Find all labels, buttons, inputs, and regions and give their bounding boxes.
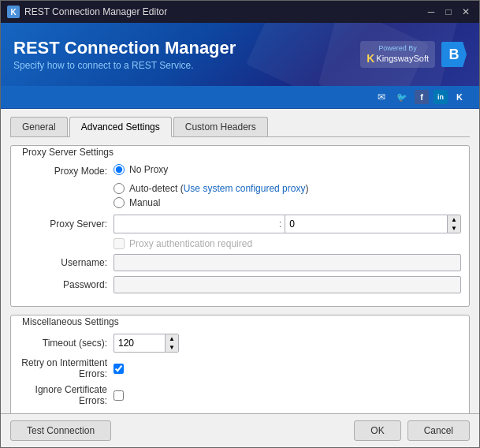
password-input[interactable] (113, 276, 461, 293)
brand-name: KingswaySoft (376, 54, 429, 63)
tab-bar: General Advanced Settings Custom Headers (10, 117, 470, 137)
port-input[interactable] (285, 215, 447, 233)
window-controls: ─ □ ✕ (424, 5, 473, 19)
b-badge: B (441, 42, 467, 67)
ok-button[interactable]: OK (354, 420, 400, 441)
no-proxy-option[interactable]: No Proxy (113, 164, 168, 175)
misc-group-title: Miscellaneous Settings (19, 316, 122, 327)
proxy-group-title: Proxy Server Settings (19, 147, 117, 158)
manual-row: Manual (113, 197, 461, 208)
tab-advanced[interactable]: Advanced Settings (69, 117, 172, 137)
footer-right: OK Cancel (354, 420, 470, 441)
proxy-auth-row: Proxy authentication required (113, 238, 461, 249)
manual-radio[interactable] (113, 197, 125, 208)
auto-detect-row: Auto-detect (Use system configured proxy… (113, 183, 461, 194)
port-spinner: ▲ ▼ (447, 215, 461, 233)
advanced-settings-panel: Proxy Server Settings Proxy Mode: No Pro… (10, 145, 470, 413)
content-area: General Advanced Settings Custom Headers… (1, 109, 479, 413)
port-up-button[interactable]: ▲ (448, 215, 460, 224)
retry-label: Retry on Intermittent Errors: (19, 357, 113, 379)
username-label: Username: (19, 257, 113, 268)
ks-k: K (367, 52, 374, 65)
timeout-spinner: ▲ ▼ (165, 334, 179, 353)
proxy-server-row: Proxy Server: : ▲ ▼ (19, 215, 461, 233)
proxy-auth-option[interactable]: Proxy authentication required (113, 238, 461, 249)
port-colon: : (276, 215, 285, 233)
ignore-cert-checkbox[interactable] (113, 390, 124, 401)
proxy-group: Proxy Server Settings Proxy Mode: No Pro… (10, 145, 470, 307)
app-title: REST Connection Manager (13, 38, 236, 58)
linkedin-icon[interactable]: in (433, 90, 448, 104)
app-icon: K (7, 6, 20, 18)
timeout-input-wrapper: ▲ ▼ (113, 334, 179, 353)
password-label: Password: (19, 279, 113, 290)
footer: Test Connection OK Cancel (1, 413, 479, 447)
header-right: Powered By K KingswaySoft B (360, 41, 467, 68)
tab-general[interactable]: General (10, 117, 68, 136)
auto-detect-radio[interactable] (113, 183, 125, 194)
social-bar: ✉ 🐦 f in K (1, 86, 479, 109)
retry-row: Retry on Intermittent Errors: (19, 357, 461, 379)
timeout-row: Timeout (secs): ▲ ▼ (19, 334, 461, 353)
app-subtitle: Specify how to connect to a REST Service… (13, 60, 236, 71)
title-bar: K REST Connection Manager Editor ─ □ ✕ (1, 1, 479, 23)
manual-option[interactable]: Manual (113, 197, 461, 208)
window-title: REST Connection Manager Editor (24, 6, 167, 17)
twitter-icon[interactable]: 🐦 (394, 89, 410, 105)
tab-custom-headers[interactable]: Custom Headers (173, 117, 268, 136)
username-input[interactable] (113, 254, 461, 271)
timeout-down-button[interactable]: ▼ (166, 343, 178, 352)
timeout-label: Timeout (secs): (19, 338, 113, 349)
email-icon[interactable]: ✉ (374, 89, 389, 105)
timeout-input[interactable] (113, 334, 165, 353)
manual-label: Manual (129, 197, 160, 208)
no-proxy-label: No Proxy (129, 164, 168, 175)
port-down-button[interactable]: ▼ (448, 224, 460, 233)
proxy-auth-label: Proxy authentication required (129, 238, 252, 249)
ignore-cert-label: Ignore Certificate Errors: (19, 384, 113, 406)
close-button[interactable]: ✕ (459, 5, 473, 19)
password-row: Password: (19, 276, 461, 293)
auto-detect-option[interactable]: Auto-detect (Use system configured proxy… (113, 183, 461, 194)
header: REST Connection Manager Specify how to c… (1, 23, 479, 86)
proxy-server-input-group: : ▲ ▼ (113, 215, 461, 233)
no-proxy-radio[interactable] (113, 164, 125, 175)
ks-logo: Powered By K KingswaySoft (360, 41, 435, 68)
auto-detect-label: Auto-detect (Use system configured proxy… (129, 183, 308, 194)
facebook-icon[interactable]: f (415, 90, 429, 104)
header-left: REST Connection Manager Specify how to c… (13, 38, 236, 71)
proxy-mode-row: Proxy Mode: No Proxy (19, 164, 461, 178)
minimize-button[interactable]: ─ (424, 5, 438, 19)
timeout-up-button[interactable]: ▲ (166, 334, 178, 343)
test-connection-button[interactable]: Test Connection (10, 420, 111, 441)
proxy-auth-checkbox[interactable] (113, 238, 125, 249)
username-row: Username: (19, 254, 461, 271)
k-icon[interactable]: K (452, 90, 467, 104)
powered-by-text: Powered By (378, 44, 417, 52)
title-bar-left: K REST Connection Manager Editor (7, 6, 167, 18)
proxy-mode-label: Proxy Mode: (19, 166, 113, 177)
maximize-button[interactable]: □ (441, 5, 456, 19)
misc-group: Miscellaneous Settings Timeout (secs): ▲… (10, 315, 470, 413)
retry-checkbox[interactable] (113, 364, 124, 374)
proxy-server-input[interactable] (113, 215, 276, 233)
ignore-cert-row: Ignore Certificate Errors: (19, 384, 461, 406)
proxy-server-label: Proxy Server: (19, 218, 113, 230)
cancel-button[interactable]: Cancel (407, 420, 470, 441)
